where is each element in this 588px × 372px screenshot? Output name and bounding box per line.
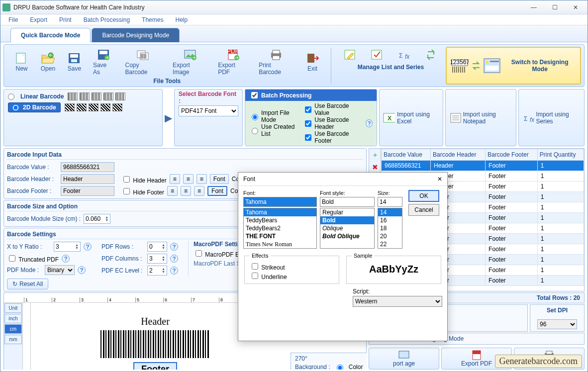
help-icon[interactable]: ?	[366, 119, 373, 127]
font-sample: AaBbYyZz	[352, 262, 436, 277]
switch-mode-button[interactable]: 123567 Switch to Designing Mode	[446, 47, 581, 85]
menu-print[interactable]: Print	[54, 15, 77, 24]
save-button[interactable]: Save	[62, 47, 87, 77]
barcode-font-select[interactable]: PDF417 Font	[179, 105, 238, 116]
menu-file[interactable]: File	[3, 15, 23, 24]
arrow-right-icon: ▶	[165, 112, 172, 124]
svg-point-15	[187, 52, 189, 54]
help-icon[interactable]: ?	[78, 266, 86, 274]
preview-barcode	[100, 330, 210, 358]
align-center-button[interactable]: ≡	[183, 174, 194, 184]
align-left-button[interactable]: ≡	[170, 174, 180, 184]
close-button[interactable]: ✕	[566, 2, 586, 13]
script-select[interactable]: Western	[353, 296, 442, 307]
font-size-input[interactable]	[378, 197, 402, 207]
help-icon[interactable]: ?	[170, 243, 178, 251]
use-barcode-value-checkbox[interactable]	[305, 106, 311, 113]
copy-barcode-button[interactable]: Copy Barcode	[120, 47, 167, 77]
unit-mm[interactable]: mm	[4, 335, 22, 344]
2d-barcode-radio[interactable]: 2D Barcode	[8, 102, 61, 112]
print-barcode-button[interactable]: Print Barcode	[254, 47, 298, 77]
preview-header: Header	[86, 316, 225, 327]
font-style-input[interactable]	[320, 197, 375, 207]
import-excel-button[interactable]: XImport using Excel	[379, 89, 443, 146]
help-icon[interactable]: ?	[62, 255, 70, 263]
unit-inch[interactable]: inch	[4, 314, 22, 323]
import-notepad-button[interactable]: Import using Notepad	[445, 89, 516, 146]
menu-themes[interactable]: Themes	[137, 15, 168, 24]
footer-align-center[interactable]: ≡	[181, 186, 191, 196]
pdf-mode-select[interactable]: Binary	[45, 265, 75, 275]
font-dialog: Font ✕ Font: TahomaTeddyBearsTeddyBears2…	[238, 172, 448, 341]
manage-formula-button[interactable]: Σfx	[391, 47, 417, 63]
font-name-input[interactable]	[243, 197, 317, 207]
export-image-action[interactable]: port age	[369, 348, 439, 370]
open-button[interactable]: Open	[35, 47, 61, 77]
add-row-button[interactable]: ＋	[371, 151, 380, 160]
new-button[interactable]: New	[9, 47, 34, 77]
vertical-ruler	[23, 303, 31, 370]
dpi-select[interactable]: 96	[537, 319, 577, 329]
menubar: File Export Print Batch Processing Theme…	[0, 14, 588, 25]
manage-refresh-button[interactable]	[418, 47, 444, 63]
minimize-button[interactable]: —	[524, 2, 544, 13]
truncated-pdf-checkbox[interactable]	[9, 255, 15, 262]
underline-checkbox[interactable]	[252, 273, 258, 279]
barcode-footer-input[interactable]	[61, 186, 114, 196]
pdf-rows-spinner[interactable]: 0▲▼	[147, 242, 167, 252]
table-row[interactable]: 96885566321HeaderFooter1	[382, 161, 584, 171]
barcode-mode-icon: 123567	[451, 57, 468, 75]
hide-footer-checkbox[interactable]	[123, 188, 130, 194]
preview-footer[interactable]: Footer	[133, 362, 177, 370]
batch-processing-checkbox[interactable]	[251, 92, 258, 98]
style-list[interactable]: RegularBoldObliqueBold Oblique	[320, 208, 375, 249]
maximize-button[interactable]: ☐	[545, 2, 565, 13]
xy-ratio-spinner[interactable]: 3▲▼	[54, 242, 81, 252]
font-list[interactable]: TahomaTeddyBearsTeddyBears2THE FONTTimes…	[243, 208, 317, 249]
remove-row-button[interactable]: ✖	[371, 163, 380, 172]
footer-align-right[interactable]: ≡	[194, 186, 204, 196]
pdf-cols-spinner[interactable]: 3▲▼	[147, 254, 167, 264]
font-ok-button[interactable]: OK	[408, 190, 439, 202]
import-file-mode-radio[interactable]	[252, 114, 258, 120]
use-created-list-radio[interactable]	[252, 128, 258, 134]
tab-designing-mode[interactable]: Barcode Designing Mode	[92, 28, 180, 42]
help-icon[interactable]: ?	[170, 255, 178, 263]
use-barcode-header-checkbox[interactable]	[305, 120, 311, 127]
linear-barcode-radio[interactable]	[8, 93, 14, 100]
unit-cm[interactable]: cm	[4, 324, 22, 334]
saveas-button[interactable]: Save As	[88, 47, 119, 77]
font-cancel-button[interactable]: Cancel	[408, 204, 439, 216]
header-font-button[interactable]: Font	[210, 174, 229, 184]
footer-align-left[interactable]: ≡	[167, 186, 178, 196]
menu-help[interactable]: Help	[170, 15, 193, 24]
font-dialog-close[interactable]: ✕	[437, 176, 442, 183]
menu-batch[interactable]: Batch Processing	[79, 15, 135, 24]
svg-rect-4	[71, 59, 77, 62]
exit-button[interactable]: Exit	[300, 47, 325, 77]
pdf-ec-spinner[interactable]: 2▲▼	[147, 266, 167, 276]
help-icon[interactable]: ?	[170, 267, 178, 275]
help-icon[interactable]: ?	[84, 243, 92, 251]
menu-export[interactable]: Export	[25, 15, 52, 24]
align-right-button[interactable]: ≡	[196, 174, 207, 184]
manage-check-button[interactable]	[364, 47, 390, 63]
export-pdf-button[interactable]: PDFExport PDF	[213, 47, 253, 77]
import-series-button[interactable]: ΣfxImport using Series	[518, 89, 585, 146]
reset-all-button[interactable]: ↻ Reset All	[7, 279, 48, 289]
barcode-header-input[interactable]	[61, 174, 114, 184]
use-barcode-footer-checkbox[interactable]	[305, 134, 311, 141]
macro-enable-checkbox[interactable]	[196, 250, 202, 257]
bg-color-radio[interactable]	[337, 365, 343, 370]
strikeout-checkbox[interactable]	[252, 263, 258, 270]
module-size-spinner[interactable]: 0.060▲▼	[84, 214, 110, 224]
barcode-value-input[interactable]	[61, 162, 114, 172]
hide-header-checkbox[interactable]	[123, 176, 130, 183]
export-image-button[interactable]: Export Image	[168, 47, 212, 77]
swap-icon	[472, 57, 481, 75]
manage-edit-button[interactable]	[337, 47, 363, 63]
svg-text:fx: fx	[405, 53, 410, 60]
tab-quick-mode[interactable]: Quick Barcode Mode	[10, 28, 91, 42]
footer-font-button[interactable]: Font	[207, 186, 227, 196]
size-list[interactable]: 14161820222426	[378, 208, 402, 249]
